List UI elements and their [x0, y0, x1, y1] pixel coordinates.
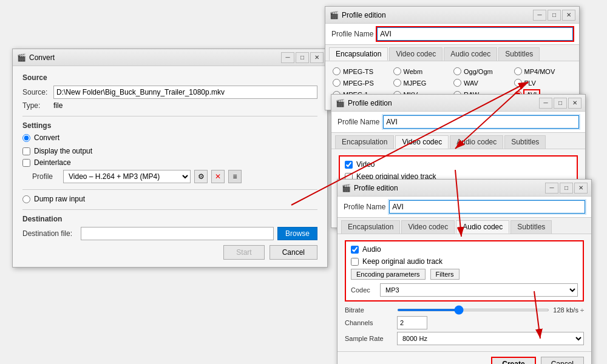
profile3-minimize[interactable]: ─ — [545, 183, 558, 194]
profile1-title-bar: 🎬 Profile edition ─ □ ✕ — [325, 7, 579, 24]
tab-subtitles-1[interactable]: Subtitles — [498, 47, 540, 61]
display-output-checkbox[interactable] — [22, 147, 30, 155]
audio-codec-label: Codec — [351, 286, 375, 294]
profile2-vlc-icon: 🎬 — [335, 98, 345, 108]
destination-input[interactable] — [81, 227, 274, 240]
dump-label: Dump raw input — [34, 195, 85, 203]
tab-encapsulation-3[interactable]: Encapsulation — [341, 220, 400, 234]
audio-section-box: Audio Keep original audio track Encoding… — [345, 240, 584, 302]
audio-enc-params-button[interactable]: Encoding parameters — [351, 269, 426, 280]
deinterlace-checkbox[interactable] — [22, 159, 30, 167]
audio-filters-button[interactable]: Filters — [430, 269, 459, 280]
profile3-controls: ─ □ ✕ — [545, 183, 588, 194]
minimize-button[interactable]: ─ — [281, 52, 294, 63]
create-button[interactable]: Create — [491, 357, 535, 364]
cancel-button[interactable]: Cancel — [270, 245, 317, 260]
close-button[interactable]: ✕ — [310, 52, 324, 63]
audio-codec-row: Codec MP3 — [351, 283, 578, 297]
profile3-action-row: Create Cancel — [337, 351, 591, 364]
tab-encapsulation-1[interactable]: Encapsulation — [329, 47, 388, 61]
profile-label: Profile — [32, 172, 59, 181]
tab-videocodec-3[interactable]: Video codec — [401, 220, 455, 234]
source-section-label: Source — [22, 73, 317, 82]
video-checkbox-label: Video — [356, 160, 375, 169]
profile2-close[interactable]: ✕ — [568, 98, 582, 109]
profile2-maximize[interactable]: □ — [554, 98, 567, 109]
convert-window: 🎬 Convert ─ □ ✕ Source Source: Type: fil… — [12, 49, 328, 268]
profile3-cancel-button[interactable]: Cancel — [541, 357, 584, 364]
title-bar-controls: ─ □ ✕ — [281, 52, 324, 63]
tab-videocodec-1[interactable]: Video codec — [389, 47, 443, 61]
tab-subtitles-3[interactable]: Subtitles — [510, 220, 552, 234]
settings-section-label: Settings — [22, 121, 317, 130]
convert-content: Source Source: Type: file Settings Conve… — [13, 66, 327, 267]
profile3-name-input[interactable] — [389, 200, 585, 214]
profile-window-3: 🎬 Profile edition ─ □ ✕ Profile Name Enc… — [337, 179, 592, 364]
profile2-tab-bar: Encapsulation Video codec Audio codec Su… — [331, 133, 585, 149]
profile-row: Profile Video – H.264 + MP3 (MP4) ⚙ ✕ ≡ — [32, 170, 317, 183]
profile2-minimize[interactable]: ─ — [539, 98, 552, 109]
channels-label: Channels — [345, 319, 393, 326]
bitrate-row: Bitrate 128 kb/s ÷ — [345, 306, 584, 314]
bitrate-label: Bitrate — [345, 306, 393, 314]
convert-radio-label: Convert — [34, 133, 59, 142]
enc-mpeg-ps: MPEG-PS — [333, 79, 391, 87]
profile1-close[interactable]: ✕ — [562, 10, 575, 21]
audio-checkbox[interactable] — [351, 246, 359, 254]
maximize-button[interactable]: □ — [296, 52, 309, 63]
profile1-name-input[interactable] — [377, 27, 573, 41]
convert-radio-group: Convert — [22, 133, 317, 142]
display-output-label: Display the output — [34, 147, 92, 155]
profile1-title: Profile edition — [342, 11, 533, 19]
tab-audiocodec-1[interactable]: Audio codec — [444, 47, 497, 61]
convert-window-title: Convert — [29, 53, 281, 62]
profile2-name-row: Profile Name — [331, 112, 585, 133]
dump-radio[interactable] — [22, 195, 30, 203]
profile3-content: Audio Keep original audio track Encoding… — [337, 234, 591, 351]
tab-videocodec-2[interactable]: Video codec — [395, 135, 449, 149]
enc-flv: FLV — [514, 79, 572, 87]
video-header: Video — [345, 160, 572, 169]
enc-mp4: MP4/MOV — [514, 67, 572, 75]
dump-raw-row: Dump raw input — [22, 195, 317, 203]
profile1-name-row: Profile Name — [325, 24, 579, 45]
keep-original-audio-row: Keep original audio track — [351, 257, 578, 266]
profile2-name-input[interactable] — [383, 115, 579, 129]
tab-encapsulation-2[interactable]: Encapsulation — [335, 135, 394, 149]
profile-delete-button[interactable]: ✕ — [211, 170, 225, 183]
samplerate-label: Sample Rate — [345, 335, 393, 342]
start-button[interactable]: Start — [223, 245, 264, 260]
profile2-name-label: Profile Name — [337, 118, 379, 126]
profile-select[interactable]: Video – H.264 + MP3 (MP4) — [63, 170, 191, 183]
convert-radio[interactable] — [22, 134, 30, 142]
source-input[interactable] — [53, 86, 317, 99]
vlc-icon: 🎬 — [16, 53, 26, 62]
profile1-maximize[interactable]: □ — [548, 10, 561, 21]
tab-audiocodec-2[interactable]: Audio codec — [450, 135, 503, 149]
bitrate-slider[interactable] — [397, 309, 549, 311]
browse-button[interactable]: Browse — [277, 227, 317, 240]
profile3-close[interactable]: ✕ — [574, 183, 588, 194]
tab-audiocodec-3[interactable]: Audio codec — [456, 220, 509, 234]
profile-settings-button[interactable]: ⚙ — [194, 170, 208, 183]
audio-codec-select[interactable]: MP3 — [380, 283, 578, 297]
profile3-maximize[interactable]: □ — [560, 183, 573, 194]
channels-input[interactable] — [397, 316, 427, 329]
enc-wav: WAV — [453, 79, 512, 87]
audio-checkbox-label: Audio — [362, 245, 381, 254]
keep-original-audio-label: Keep original audio track — [362, 257, 443, 266]
profile3-title-bar: 🎬 Profile edition ─ □ ✕ — [337, 180, 591, 197]
channels-row: Channels — [345, 316, 584, 329]
profile1-minimize[interactable]: ─ — [533, 10, 546, 21]
video-checkbox[interactable] — [345, 161, 353, 169]
tab-subtitles-2[interactable]: Subtitles — [504, 135, 546, 149]
profile-new-button[interactable]: ≡ — [228, 170, 242, 183]
dest-file-label: Destination file: — [22, 229, 77, 238]
samplerate-select[interactable]: 8000 Hz 11025 Hz 22050 Hz 44100 Hz 48000… — [397, 332, 584, 345]
keep-original-audio-checkbox[interactable] — [351, 258, 359, 266]
enc-mpeg-ts: MPEG-TS — [333, 67, 391, 75]
profile3-name-label: Profile Name — [344, 203, 385, 211]
type-value: file — [53, 101, 63, 110]
profile2-title-bar: 🎬 Profile edition ─ □ ✕ — [331, 95, 585, 112]
type-label: Type: — [22, 101, 50, 110]
